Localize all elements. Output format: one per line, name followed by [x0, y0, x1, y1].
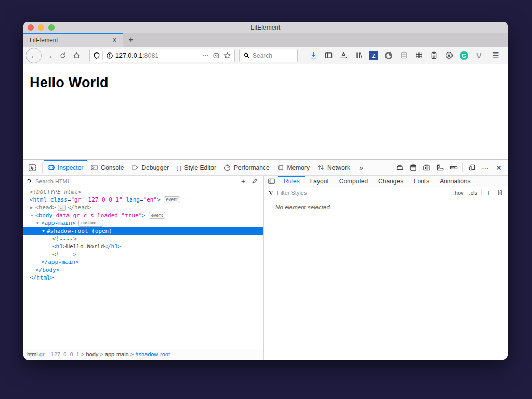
close-window-button[interactable] [28, 24, 34, 31]
inspector-markup-pane: Search HTML + <!DOCTYPE html><html class… [23, 176, 264, 360]
responsive-design-icon[interactable] [465, 161, 478, 175]
more-tabs-button[interactable]: » [354, 160, 368, 175]
notepad-icon[interactable] [406, 161, 420, 175]
measure-icon[interactable] [433, 161, 447, 175]
download-icon[interactable] [307, 49, 320, 62]
element-picker-icon [28, 164, 36, 172]
home-button[interactable] [70, 49, 83, 62]
expand-arrow-open-icon[interactable]: ▼ [42, 227, 47, 235]
expand-arrow-closed-icon[interactable]: ▶ [30, 204, 35, 211]
forward-button[interactable]: → [43, 49, 56, 62]
breadcrumb-item[interactable]: .gr__127_0_0_1 [38, 351, 79, 357]
more-options-icon[interactable]: ⋯ [478, 161, 492, 175]
page-actions-icon[interactable]: ⋯ [202, 51, 209, 59]
markup-row[interactable]: <!----> [23, 235, 263, 243]
sidebar-tab-computed[interactable]: Computed [334, 176, 373, 187]
back-button[interactable]: ← [26, 48, 42, 63]
devtools-tab-debugger[interactable]: Debugger [127, 160, 172, 175]
search-bar[interactable]: Search [239, 49, 298, 62]
urlbar-divider [102, 51, 103, 60]
dark-mode-icon[interactable] [382, 49, 395, 62]
pocket-icon[interactable] [212, 52, 220, 59]
new-tab-button[interactable]: + [123, 33, 139, 47]
zoom-window-button[interactable] [48, 24, 55, 31]
devtools-tab-network[interactable]: Network [313, 160, 354, 175]
library-icon[interactable] [352, 49, 365, 62]
sidebars-icon[interactable] [322, 49, 335, 62]
markup-row[interactable]: </app-main> [23, 258, 263, 266]
sidebar-tab-animations[interactable]: Animations [434, 176, 475, 187]
expand-arrow-open-icon[interactable]: ▼ [30, 211, 35, 219]
add-node-button[interactable]: + [237, 176, 249, 187]
close-devtools-icon[interactable]: ✕ [492, 161, 506, 175]
rulers-icon[interactable] [447, 161, 460, 175]
add-rule-button[interactable]: + [483, 188, 494, 198]
tab-close-icon[interactable]: ✕ [111, 36, 118, 45]
vimium-icon[interactable]: V [473, 49, 485, 62]
no-element-message: No element selected. [264, 198, 508, 210]
devtools-tab-inspector[interactable]: Inspector [44, 160, 87, 175]
account-icon[interactable] [443, 49, 455, 62]
info-icon[interactable] [106, 52, 113, 59]
markup-row[interactable]: ▶<head>…</head> [23, 204, 263, 211]
search-html-row: Search HTML + [23, 176, 263, 187]
devtools-tab-style-editor[interactable]: { }Style Editor [172, 160, 220, 175]
markup-row[interactable]: ▼<app-main>custom… [23, 219, 263, 227]
markup-row[interactable]: ▼<body data-gr-c-s-loaded="true">event [23, 211, 263, 219]
filter-styles-input[interactable]: Filter Styles [277, 190, 448, 196]
sidebar-tab-layout[interactable]: Layout [305, 176, 334, 187]
browser-window: LitElement LitElement ✕ + ← → 127.0.0.1 … [23, 22, 508, 360]
markup-row-selected[interactable]: ▼#shadow-root (open) [23, 227, 263, 235]
markup-row[interactable]: <!----> [23, 250, 263, 258]
breadcrumb-separator: > [79, 351, 86, 357]
bookmark-tray-icon[interactable] [337, 49, 350, 62]
toggle-hover-button[interactable]: :hov [450, 190, 467, 196]
sidebar-tab-rules[interactable]: Rules [278, 176, 305, 187]
console-icon [90, 164, 98, 171]
grammarly-icon[interactable]: G [458, 49, 470, 62]
node-badge[interactable]: custom… [78, 220, 103, 227]
menu-button[interactable]: ☰ [489, 49, 502, 62]
url-bar[interactable]: 127.0.0.1 :8081 ⋯ [89, 49, 235, 62]
screenshot-icon[interactable] [420, 161, 433, 175]
bookmark-star-icon[interactable] [223, 51, 231, 59]
collapsed-content-chip[interactable]: … [58, 205, 66, 211]
memory-icon [277, 164, 285, 171]
breadcrumb-item[interactable]: html [27, 351, 38, 357]
devtools-tab-console[interactable]: Console [87, 160, 127, 175]
markup-row[interactable]: </html> [23, 274, 263, 282]
toggle-class-button[interactable]: .cls [467, 190, 481, 196]
devtools-tab-memory[interactable]: Memory [273, 160, 313, 175]
markup-row[interactable]: <!DOCTYPE html> [23, 188, 263, 196]
search-html-input[interactable]: Search HTML [35, 178, 235, 184]
shield-icon[interactable] [93, 52, 100, 59]
fence-extension-icon[interactable] [413, 49, 425, 62]
sidebar-tab-fonts[interactable]: Fonts [408, 176, 434, 187]
node-badge[interactable]: event [164, 196, 180, 203]
devtools-tab-performance[interactable]: Performance [220, 160, 273, 175]
sidebar-toggle-icon[interactable] [264, 176, 278, 187]
minimize-window-button[interactable] [38, 24, 44, 31]
breadcrumb-item[interactable]: #shadow-root [135, 351, 170, 357]
dimmed-extension-icon[interactable] [397, 49, 410, 62]
sidebar-tab-changes[interactable]: Changes [373, 176, 408, 187]
markup-row[interactable]: </body> [23, 266, 263, 274]
print-media-icon[interactable] [494, 188, 506, 198]
clipboard-icon[interactable] [428, 49, 440, 62]
expand-arrow-open-icon[interactable]: ▼ [36, 219, 41, 227]
breadcrumb-item[interactable]: app-main [105, 351, 129, 357]
paint-pot-icon[interactable] [393, 161, 406, 175]
tab-litelement[interactable]: LitElement ✕ [23, 33, 123, 47]
breadcrumb-separator: > [129, 351, 136, 357]
markup-row[interactable]: <html class="gr__127_0_0_1" lang="en">ev… [23, 196, 263, 204]
node-badge[interactable]: event [149, 212, 165, 219]
home-icon [73, 51, 81, 59]
eyedropper-icon[interactable] [249, 176, 260, 187]
breadcrumb-item[interactable]: body [86, 351, 98, 357]
reload-button[interactable] [56, 49, 70, 62]
toolbar-separator [487, 50, 487, 61]
zotero-icon[interactable]: Z [367, 49, 380, 62]
markup-row[interactable]: <h1>Hello World</h1> [23, 243, 263, 250]
pick-element-button[interactable] [23, 160, 41, 175]
search-icon [243, 52, 250, 59]
